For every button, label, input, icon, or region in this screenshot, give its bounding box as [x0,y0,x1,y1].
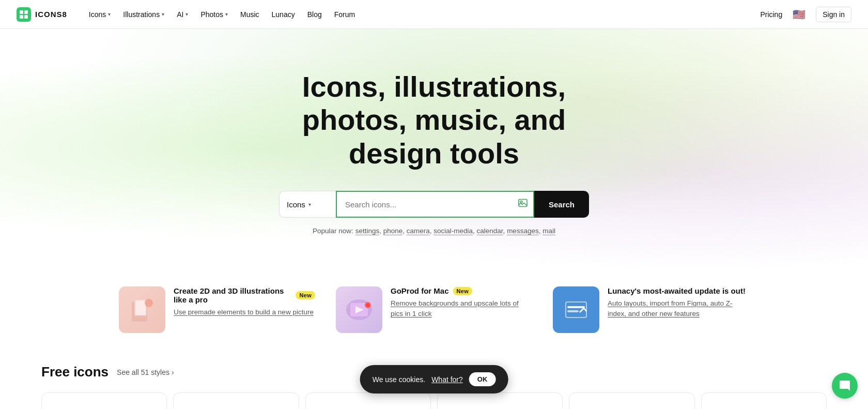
icon-card-3[interactable] [305,392,431,409]
icon-card-1[interactable] [41,392,167,409]
feature-card-illustrations[interactable]: Create 2D and 3D illustrations like a pr… [119,286,315,333]
svg-rect-2 [20,15,23,19]
feature-card-body-lunacy: Lunacy's most-awaited update is out! Aut… [608,286,749,320]
hero-content: Icons, illustrations, photos, music, and… [10,70,858,235]
svg-rect-16 [567,306,585,308]
feature-cards: Create 2D and 3D illustrations like a pr… [0,266,868,343]
popular-settings[interactable]: settings [355,227,380,235]
icon-cards [41,392,827,409]
badge-new: New [296,291,315,299]
logo-icon [17,7,31,22]
language-selector[interactable]: 🇺🇸 [793,8,805,21]
feature-card-body-goprod: GoProd for Mac New Remove backgrounds an… [391,286,532,320]
search-input[interactable] [336,191,534,218]
svg-rect-0 [20,10,23,14]
image-search-icon[interactable] [518,198,528,211]
svg-rect-4 [519,200,527,207]
popular-messages[interactable]: messages [507,227,539,235]
popular-social-media[interactable]: social-media [433,227,473,235]
svg-point-9 [145,299,153,307]
icon-card-4[interactable] [437,392,563,409]
search-input-wrapper [336,191,534,218]
search-bar: Icons ▾ Search [279,191,589,218]
nav-item-lunacy[interactable]: Lunacy [267,7,300,22]
feature-card-image-goprod [336,286,382,333]
feature-card-image-illustrations [119,286,165,333]
feature-card-desc-goprod: Remove backgrounds and upscale lots of p… [391,298,532,320]
nav-item-photos[interactable]: Photos ▾ [195,7,233,22]
cookies-text: We use cookies. [373,375,425,384]
svg-rect-3 [24,15,28,19]
popular-camera[interactable]: camera [407,227,430,235]
logo-text: ICONS8 [35,10,67,19]
icon-card-5[interactable] [569,392,694,409]
navbar: ICONS8 Icons ▾ Illustrations ▾ AI ▾ Phot… [0,0,868,29]
chevron-down-icon: ▾ [108,11,111,17]
nav-item-illustrations[interactable]: Illustrations ▾ [118,7,169,22]
sign-in-button[interactable]: Sign in [816,7,851,22]
nav-item-music[interactable]: Music [235,7,265,22]
nav-item-forum[interactable]: Forum [329,7,360,22]
hero-title: Icons, illustrations, photos, music, and… [253,70,615,170]
cookies-what-for[interactable]: What for? [431,375,463,384]
nav-right: Pricing 🇺🇸 Sign in [760,7,851,22]
hero-section: Icons, illustrations, photos, music, and… [0,29,868,266]
feature-card-body-illustrations: Create 2D and 3D illustrations like a pr… [174,286,315,317]
feature-card-image-lunacy [553,286,599,333]
cookies-banner: We use cookies. What for? OK [360,365,508,393]
popular-phone[interactable]: phone [383,227,403,235]
search-button[interactable]: Search [534,191,589,218]
chevron-right-icon: › [172,368,174,376]
feature-card-desc-illustrations: Use premade elements to build a new pict… [174,307,315,317]
svg-point-14 [366,304,369,307]
chevron-down-icon: ▾ [225,11,228,17]
popular-calendar[interactable]: calendar [477,227,503,235]
chevron-down-icon: ▾ [185,11,188,17]
search-type-dropdown[interactable]: Icons ▾ [279,191,336,218]
pricing-link[interactable]: Pricing [760,10,782,19]
feature-card-desc-lunacy: Auto layouts, import from Figma, auto Z-… [608,298,749,320]
svg-rect-17 [567,310,579,312]
section-title: Free icons [41,364,109,380]
nav-item-ai[interactable]: AI ▾ [172,7,193,22]
see-all-link[interactable]: See all 51 styles › [117,368,174,376]
popular-mail[interactable]: mail [542,227,555,235]
feature-card-title-illustrations: Create 2D and 3D illustrations like a pr… [174,286,315,304]
badge-new: New [453,287,473,295]
icon-card-6[interactable] [701,392,827,409]
nav-item-icons[interactable]: Icons ▾ [84,7,116,22]
chevron-down-icon: ▾ [162,11,164,17]
cookies-ok-button[interactable]: OK [469,372,496,386]
svg-rect-1 [24,10,28,14]
icon-card-2[interactable] [173,392,299,409]
feature-card-lunacy[interactable]: Lunacy's most-awaited update is out! Aut… [553,286,749,333]
nav-item-blog[interactable]: Blog [302,7,327,22]
chat-button[interactable] [832,373,858,399]
feature-card-title-goprod: GoProd for Mac New [391,286,532,295]
nav-links: Icons ▾ Illustrations ▾ AI ▾ Photos ▾ Mu… [84,7,761,22]
popular-now: Popular now: settings, phone, camera, so… [10,227,858,235]
svg-rect-8 [135,300,146,315]
logo-link[interactable]: ICONS8 [17,7,67,22]
feature-card-title-lunacy: Lunacy's most-awaited update is out! [608,286,749,295]
chevron-down-icon: ▾ [308,202,311,207]
feature-card-goprod[interactable]: GoProd for Mac New Remove backgrounds an… [336,286,532,333]
